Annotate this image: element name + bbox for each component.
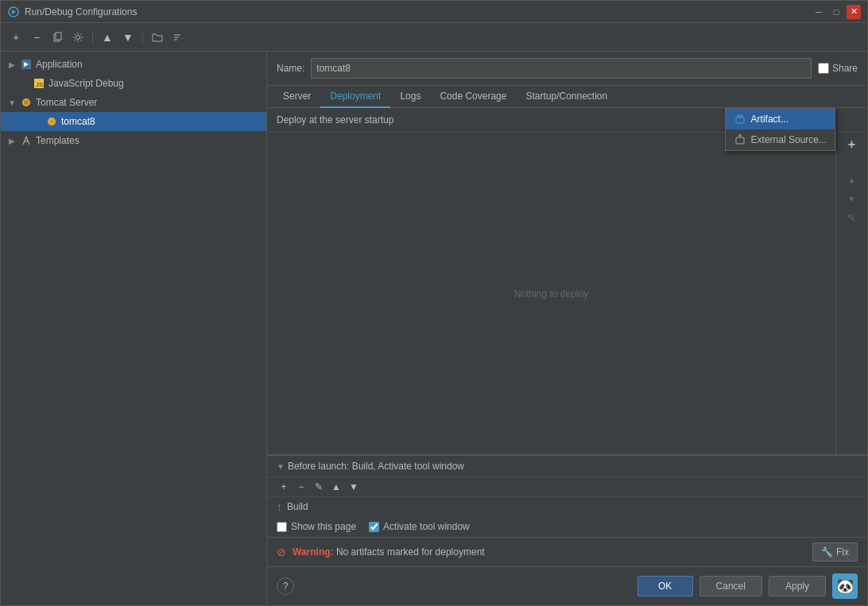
tab-deployment[interactable]: Deployment (320, 86, 390, 108)
share-area: Share (818, 63, 858, 74)
window-controls: ─ □ ✕ (812, 5, 861, 19)
tree-arrow-tomcat: ▼ (7, 98, 17, 107)
deploy-dropdown-menu: Artifact... External Source... (725, 133, 835, 151)
share-label: Share (832, 63, 858, 74)
before-launch-toggle[interactable]: ▼ (277, 462, 285, 471)
deployment-content: Deploy at the server startup Nothing to … (267, 108, 867, 455)
dropdown-item-external[interactable]: External Source... (726, 133, 835, 150)
toolbar-separator-1 (92, 30, 93, 44)
window-icon (7, 6, 20, 18)
deploy-list: Nothing to deploy (267, 133, 835, 454)
minimize-button[interactable]: ─ (812, 5, 826, 19)
close-button[interactable]: ✕ (847, 5, 861, 19)
tree-label-tomcat-server: Tomcat Server (36, 97, 97, 108)
move-up-button[interactable]: ▲ (99, 29, 116, 46)
before-launch-edit-button[interactable]: ✎ (312, 480, 326, 494)
fix-label: Fix (836, 546, 849, 558)
tab-logs[interactable]: Logs (390, 86, 430, 108)
fix-button[interactable]: 🔧 Fix (812, 542, 858, 562)
deploy-scroll-up-button[interactable]: ▲ (843, 171, 861, 188)
svg-point-13 (24, 100, 29, 105)
before-launch-up-button[interactable]: ▲ (329, 480, 343, 494)
svg-marker-1 (12, 10, 16, 14)
activate-tool-window-option: Activate tool window (369, 521, 470, 532)
panda-icon: 🐼 (832, 573, 858, 599)
warning-message: No artifacts marked for deployment (336, 546, 485, 558)
tree-item-tomcat8[interactable]: ▶ tomcat8 (1, 112, 266, 131)
main-toolbar: + − ▲ ▼ (1, 23, 867, 52)
copy-config-button[interactable] (48, 29, 66, 46)
tab-server[interactable]: Server (273, 86, 320, 108)
move-down-button[interactable]: ▼ (119, 29, 137, 46)
warning-bold: Warning: (293, 546, 334, 558)
tree-label-templates: Templates (36, 135, 79, 146)
activate-tool-window-label: Activate tool window (383, 521, 470, 532)
tab-startup-connection[interactable]: Startup/Connection (516, 86, 617, 108)
title-bar: Run/Debug Configurations ─ □ ✕ (1, 1, 867, 23)
deploy-empty-text: Nothing to deploy (514, 288, 588, 299)
sort-button[interactable] (169, 29, 187, 46)
tree-item-templates[interactable]: ▶ Templates (1, 131, 266, 150)
config-tree-panel: ▶ Application ▶ JS JavaScript Debug (1, 52, 267, 605)
external-icon (734, 133, 746, 146)
fix-icon: 🔧 (821, 546, 833, 558)
window-title: Run/Debug Configurations (25, 6, 812, 17)
show-page-option: Show this page (277, 521, 356, 532)
tree-arrow-templates: ▶ (7, 136, 17, 145)
name-input[interactable] (311, 58, 812, 79)
config-tree: ▶ Application ▶ JS JavaScript Debug (1, 52, 266, 605)
tabs-bar: Server Deployment Logs Code Coverage Sta… (267, 86, 867, 108)
before-launch-toolbar: + − ✎ ▲ ▼ (267, 477, 867, 497)
activate-tool-window-checkbox[interactable] (369, 522, 379, 532)
build-label: Build (287, 501, 308, 512)
help-button[interactable]: ? (277, 577, 294, 595)
dropdown-label-external: External Source... (751, 134, 827, 145)
svg-point-4 (76, 35, 80, 39)
before-launch-add-button[interactable]: + (277, 480, 291, 494)
run-debug-configurations-dialog: Run/Debug Configurations ─ □ ✕ + − ▲ ▼ (0, 0, 868, 606)
application-icon (20, 58, 33, 71)
maximize-button[interactable]: □ (829, 5, 843, 19)
ok-button[interactable]: OK (637, 576, 693, 596)
tree-item-tomcat-server[interactable]: ▼ Tomcat Server (1, 93, 266, 112)
main-content: ▶ Application ▶ JS JavaScript Debug (1, 52, 867, 605)
settings-button[interactable] (69, 29, 87, 46)
share-checkbox[interactable] (818, 63, 829, 74)
add-config-button[interactable]: + (7, 29, 25, 46)
before-launch-header: ▼ Before launch: Build, Activate tool wi… (267, 456, 867, 477)
deploy-edit-button[interactable]: ✎ (843, 209, 861, 226)
open-folder-button[interactable] (149, 29, 166, 46)
tomcat8-icon (45, 115, 58, 128)
before-launch-section: ▼ Before launch: Build, Activate tool wi… (267, 455, 867, 537)
config-details-panel: Name: Share Server Deployment Logs Code … (267, 52, 867, 605)
svg-rect-20 (736, 137, 744, 144)
tree-item-javascript-debug[interactable]: ▶ JS JavaScript Debug (1, 74, 266, 93)
remove-config-button[interactable]: − (28, 29, 45, 46)
deploy-side-panel: + ▲ ▼ ✎ (835, 133, 867, 454)
tree-arrow-application: ▶ (7, 60, 17, 69)
before-launch-label: Before launch: Build, Activate tool wind… (288, 461, 464, 472)
tree-label-javascript-debug: JavaScript Debug (48, 78, 124, 89)
before-launch-down-button[interactable]: ▼ (347, 480, 361, 494)
warning-icon: ⊘ (277, 546, 286, 558)
tree-item-application[interactable]: ▶ Application (1, 55, 266, 74)
svg-text:JS: JS (36, 81, 43, 88)
before-launch-build-item: ↑ Build (267, 497, 867, 516)
show-page-label: Show this page (291, 521, 356, 532)
name-label: Name: (277, 63, 304, 74)
apply-button[interactable]: Apply (769, 576, 826, 596)
warning-bar: ⊘ Warning: No artifacts marked for deplo… (267, 537, 867, 566)
tree-label-tomcat8: tomcat8 (61, 116, 95, 127)
action-bar: ? OK Cancel Apply 🐼 (267, 566, 867, 605)
cancel-button[interactable]: Cancel (699, 576, 762, 596)
tree-label-application: Application (36, 59, 83, 70)
build-icon: ↑ (277, 500, 282, 513)
before-launch-remove-button[interactable]: − (294, 480, 308, 494)
deploy-add-button[interactable]: + (843, 136, 861, 153)
tab-code-coverage[interactable]: Code Coverage (430, 86, 516, 108)
deploy-container: Nothing to deploy + ▲ ▼ ✎ (267, 133, 867, 455)
templates-icon (20, 134, 33, 147)
deploy-scroll-down-button[interactable]: ▼ (843, 190, 861, 207)
javascript-icon: JS (33, 77, 45, 90)
show-page-checkbox[interactable] (277, 522, 287, 532)
